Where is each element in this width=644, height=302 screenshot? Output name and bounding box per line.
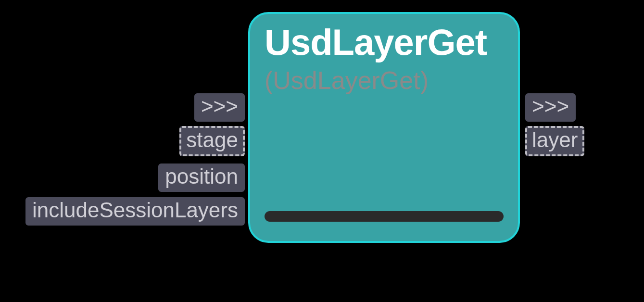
input-port-stage[interactable]: stage [179,126,245,156]
input-port-flow[interactable]: >>> [194,93,245,122]
node-footer-bar [265,211,504,222]
node-type-label: (UsdLayerGet) [265,66,429,95]
input-port-includesessionlayers[interactable]: includeSessionLayers [25,197,245,226]
input-port-position[interactable]: position [158,164,245,192]
output-port-layer[interactable]: layer [525,126,584,156]
node-graph-canvas[interactable]: UsdLayerGet (UsdLayerGet) >>> stage posi… [0,0,644,302]
node-title: UsdLayerGet [265,21,487,63]
output-port-flow[interactable]: >>> [525,93,576,122]
node-usdlayerget[interactable]: UsdLayerGet (UsdLayerGet) [248,12,520,243]
